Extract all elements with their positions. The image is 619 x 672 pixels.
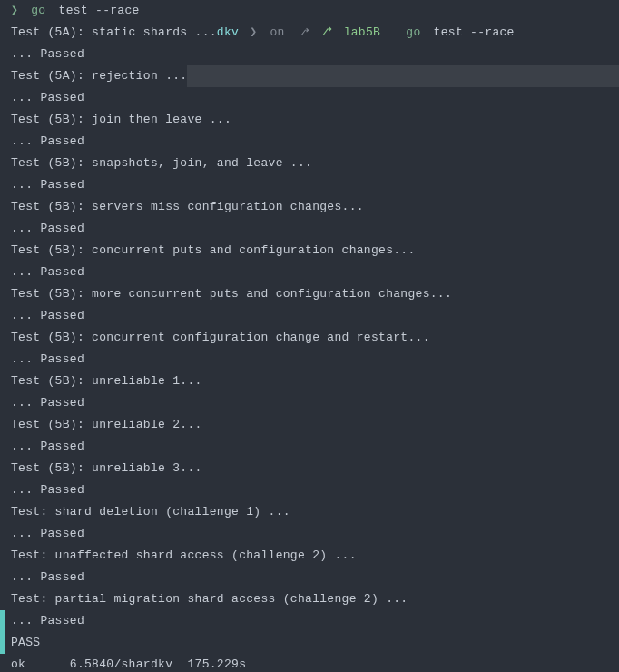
command-go-2: go bbox=[406, 25, 420, 39]
test-5b-unreliable3-line: Test (5B): unreliable 3... bbox=[0, 458, 619, 479]
passed-line: ... Passed bbox=[0, 131, 619, 153]
chevron-right-icon: ❯ bbox=[250, 25, 257, 39]
test-5b-snapshots-line: Test (5B): snapshots, join, and leave ..… bbox=[0, 153, 619, 174]
command-go: go bbox=[31, 4, 45, 17]
test-5a-rejection-line: Test (5A): rejection ... bbox=[0, 65, 619, 87]
branch-name: lab5B bbox=[344, 25, 381, 39]
prompt-symbol: ❯ bbox=[11, 4, 18, 17]
test-5b-join-line: Test (5B): join then leave ... bbox=[0, 109, 619, 131]
passed-line: ... Passed bbox=[0, 218, 619, 240]
passed-line: ... Passed bbox=[0, 349, 619, 371]
test-5b-concurrent-config-line: Test (5B): concurrent configuration chan… bbox=[0, 327, 619, 349]
passed-line: ... Passed bbox=[0, 87, 619, 109]
on-label: on bbox=[270, 25, 285, 39]
test-shard-deletion-line: Test: shard deletion (challenge 1) ... bbox=[0, 501, 619, 523]
test-partial-line: Test: partial migration shard access (ch… bbox=[0, 588, 619, 610]
terminal-output: ❯ go test --race Test (5A): static shard… bbox=[0, 0, 619, 672]
passed-line: ... Passed bbox=[0, 262, 619, 283]
command-args: test --race bbox=[59, 4, 140, 17]
passed-line: ... Passed bbox=[0, 174, 619, 196]
git-icon: ⎇ bbox=[298, 27, 310, 38]
command-line-1[interactable]: ❯ go test --race bbox=[0, 0, 619, 22]
test-unaffected-line: Test: unaffected shard access (challenge… bbox=[0, 545, 619, 567]
passed-line: ... Passed bbox=[0, 610, 619, 632]
test-5b-more-concurrent-line: Test (5B): more concurrent puts and conf… bbox=[0, 283, 619, 305]
test-label: Test (5A): static shards ... bbox=[11, 25, 217, 39]
highlighted-region bbox=[187, 65, 619, 87]
command-args-2: test --race bbox=[434, 25, 515, 39]
passed-line: ... Passed bbox=[0, 479, 619, 501]
passed-line: ... Passed bbox=[0, 567, 619, 588]
test-5b-unreliable1-line: Test (5B): unreliable 1... bbox=[0, 371, 619, 392]
passed-line: ... Passed bbox=[0, 436, 619, 458]
passed-line: ... Passed bbox=[0, 523, 619, 545]
ok-summary-line: ok 6.5840/shardkv 175.229s bbox=[0, 654, 619, 672]
test-5b-servers-line: Test (5B): servers miss configuration ch… bbox=[0, 196, 619, 218]
pass-summary-line: PASS bbox=[0, 632, 619, 654]
passed-line: ... Passed bbox=[0, 305, 619, 327]
test-5b-concurrent-puts-line: Test (5B): concurrent puts and configura… bbox=[0, 240, 619, 262]
passed-line: ... Passed bbox=[0, 392, 619, 414]
passed-line: ... Passed bbox=[0, 44, 619, 65]
dkv-label: dkv bbox=[217, 25, 239, 39]
test-5b-unreliable2-line: Test (5B): unreliable 2... bbox=[0, 414, 619, 436]
test-5a-static-line: Test (5A): static shards ...dkv ❯ on ⎇ ⎇… bbox=[0, 22, 619, 44]
branch-icon: ⎇ bbox=[319, 25, 332, 39]
